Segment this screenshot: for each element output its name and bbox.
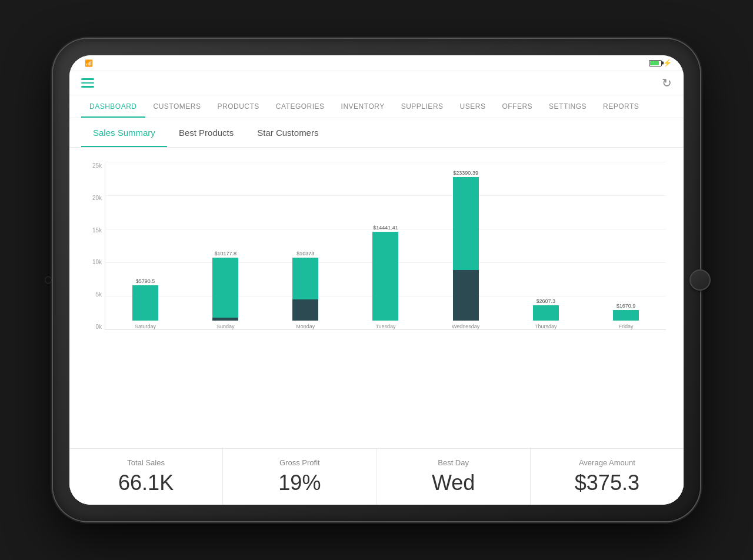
bar-day-label: Saturday [135,324,156,329]
nav-item-offers[interactable]: OFFERS [494,95,541,118]
charging-icon: ⚡ [663,59,672,67]
bar-wrapper: $23390.39 [453,170,479,321]
bar-teal [212,258,238,317]
chart-area: 0k 5k 10k 15k 20k 25k [69,148,684,448]
tab-best-products[interactable]: Best Products [167,118,245,147]
bar-day-label: Tuesday [375,324,395,329]
bar-value-label: $1670.9 [617,303,636,309]
bar-wrapper: $14441.41 [372,225,398,321]
ipad-frame: 📶 ⚡ ↻ D [53,39,700,521]
bar-value-label: $10373 [296,251,314,256]
bar-day-label: Monday [296,324,315,329]
stats-row: Total Sales 66.1K Gross Profit 19% Best … [69,448,684,505]
bar-value-label: $2607.3 [536,298,555,304]
y-label-25: 25k [81,162,102,169]
bar-stack [292,258,318,321]
bar-day-label: Friday [618,324,633,329]
stat-item-total-sales: Total Sales 66.1K [69,449,223,505]
bar-teal [132,285,158,321]
nav-item-categories[interactable]: CATEGORIES [268,95,333,118]
bar-wrapper: $5790.5 [132,278,158,321]
bar-group-monday: $10373 Monday [265,162,345,329]
nav-item-inventory[interactable]: INVENTORY [333,95,393,118]
nav-item-settings[interactable]: SETTINGS [541,95,595,118]
stat-label: Average Amount [537,458,678,467]
wifi-icon: 📶 [85,59,93,67]
tabs-section: Sales Summary Best Products Star Custome… [69,118,684,148]
tab-sales-summary[interactable]: Sales Summary [81,118,167,147]
stat-label: Gross Profit [229,458,370,467]
bar-teal [613,310,639,321]
bar-dark [292,299,318,321]
y-axis: 0k 5k 10k 15k 20k 25k [81,156,102,345]
y-label-20: 20k [81,195,102,201]
y-label-5: 5k [81,291,102,298]
hamburger-button[interactable] [81,78,94,88]
bar-day-label: Sunday [216,324,235,329]
nav-item-users[interactable]: USERS [452,95,494,118]
battery-fill [650,61,659,65]
bar-value-label: $10177.8 [214,251,236,256]
app-header: ↻ [69,71,684,95]
nav-item-suppliers[interactable]: SUPPLIERS [393,95,452,118]
stat-item-average-amount: Average Amount $375.3 [531,449,684,505]
main-content: Sales Summary Best Products Star Custome… [69,118,684,505]
bar-value-label: $5790.5 [136,278,155,284]
stat-value: Wed [383,471,524,495]
y-label-0: 0k [81,324,102,330]
stat-label: Best Day [383,458,524,467]
bar-group-saturday: $5790.5 Saturday [105,162,185,329]
nav-item-reports[interactable]: REPORTS [595,95,647,118]
bar-stack [132,285,158,321]
battery-bar [649,60,662,66]
bar-teal [533,305,559,321]
tab-star-customers[interactable]: Star Customers [245,118,330,147]
refresh-button[interactable]: ↻ [662,76,672,90]
bar-stack [453,177,479,321]
stat-value: 19% [229,471,370,495]
bar-dark [212,318,238,321]
bar-teal [292,258,318,299]
bar-group-sunday: $10177.8 Sunday [185,162,265,329]
bar-day-label: Wednesday [452,324,479,329]
stat-item-gross-profit: Gross Profit 19% [223,449,376,505]
bar-stack [212,258,238,321]
bar-dark [453,270,479,321]
battery-indicator: ⚡ [649,59,672,67]
bar-stack [613,310,639,321]
bar-day-label: Thursday [535,324,557,329]
stat-item-best-day: Best Day Wed [377,449,531,505]
bar-wrapper: $10373 [292,251,318,321]
ipad-home-button[interactable] [689,269,711,291]
nav-item-customers[interactable]: CUSTOMERS [145,95,209,118]
stat-label: Total Sales [75,458,216,467]
bar-wrapper: $1670.9 [613,303,639,321]
status-right: ⚡ [645,59,672,67]
bar-group-wednesday: $23390.39 Wednesday [426,162,506,329]
ipad-screen: 📶 ⚡ ↻ D [69,55,684,505]
stat-value: 66.1K [75,471,216,495]
y-label-15: 15k [81,227,102,234]
bar-group-friday: $1670.9 Friday [586,162,666,329]
bar-teal [453,177,479,271]
nav-bar: DASHBOARD CUSTOMERS PRODUCTS CATEGORIES … [69,95,684,118]
bar-wrapper: $2607.3 [533,298,559,321]
bar-stack [372,232,398,321]
chart-container: 0k 5k 10k 15k 20k 25k [81,156,672,345]
bar-wrapper: $10177.8 [212,251,238,321]
bars-area: $5790.5 Saturday $10177.8 Sunday $10373 … [105,162,666,330]
status-bar: 📶 ⚡ [69,55,684,71]
ipad-camera [45,276,52,284]
bar-stack [533,305,559,321]
bar-group-thursday: $2607.3 Thursday [506,162,586,329]
nav-item-dashboard[interactable]: DASHBOARD [81,95,145,118]
status-left: 📶 [81,59,93,67]
bar-value-label: $23390.39 [453,170,478,176]
bar-teal [372,232,398,321]
bar-value-label: $14441.41 [373,225,398,231]
stat-value: $375.3 [537,471,678,495]
bar-group-tuesday: $14441.41 Tuesday [345,162,425,329]
nav-item-products[interactable]: PRODUCTS [209,95,267,118]
y-label-10: 10k [81,259,102,265]
